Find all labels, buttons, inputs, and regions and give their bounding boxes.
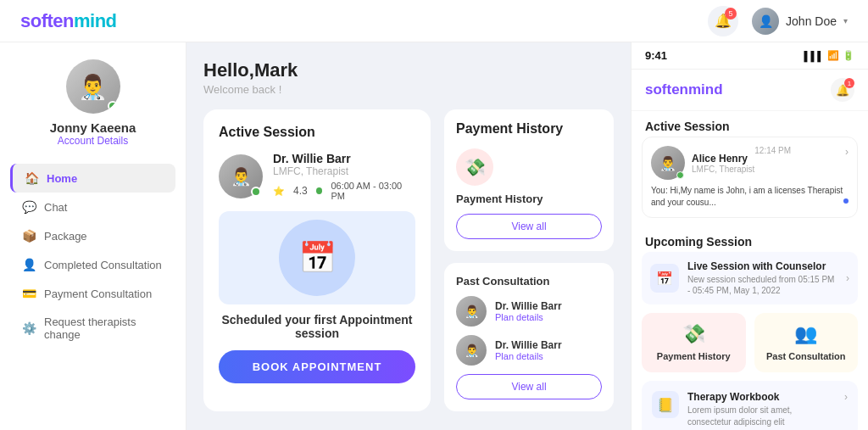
consult-name-2: Dr. Willie Barr <box>495 339 562 351</box>
payment-card-icon: 💸 <box>682 323 705 345</box>
therapist-rating: 4.3 <box>293 185 308 197</box>
therapy-info: Therapy Workbook Lorem ipsum dolor sit a… <box>687 391 836 428</box>
payment-icon: 💸 <box>456 148 493 186</box>
consult-avatar-1: 👨‍⚕️ <box>456 296 487 327</box>
quick-card-payment[interactable]: 💸 Payment History <box>642 313 746 372</box>
sidebar-item-label: Package <box>44 230 87 243</box>
mobile-active-section-title: Active Session <box>632 111 868 137</box>
user-info[interactable]: 👤 John Doe ▾ <box>752 8 848 35</box>
therapist-name: Dr. Willie Barr <box>273 152 415 165</box>
mobile-therapy-workbook[interactable]: 📒 Therapy Workbook Lorem ipsum dolor sit… <box>642 381 858 430</box>
sidebar-item-label: Payment Consultation <box>44 288 152 300</box>
notification-bell[interactable]: 🔔 5 <box>708 6 738 36</box>
active-session-card: Active Session 👨‍⚕️ Dr. Willie Barr LMFC… <box>203 109 431 411</box>
user-name-nav: John Doe <box>786 14 837 28</box>
online-indicator <box>108 101 118 111</box>
sidebar-navigation: 🏠 Home 💬 Chat 📦 Package 👤 Completed Cons… <box>0 164 186 349</box>
mobile-therapist-row: 👨‍⚕️ Alice Henry LMFC, Therapist 12:14 P… <box>651 146 849 180</box>
mobile-active-session-card[interactable]: 👨‍⚕️ Alice Henry LMFC, Therapist 12:14 P… <box>642 137 858 218</box>
consult-details-2: Dr. Willie Barr Plan details <box>495 339 562 361</box>
consult-sub-2: Plan details <box>495 351 562 361</box>
home-icon: 🏠 <box>25 171 38 185</box>
active-dot <box>316 187 323 194</box>
mobile-therapist-role: LMFC, Therapist <box>692 165 754 174</box>
session-illustration: 📅 <box>219 211 415 304</box>
notification-badge: 5 <box>725 8 737 20</box>
content-grid: Active Session 👨‍⚕️ Dr. Willie Barr LMFC… <box>203 109 614 411</box>
mobile-message-time: 12:14 PM <box>754 146 791 155</box>
consult-sub-1: Plan details <box>495 312 562 322</box>
sidebar-item-label: Home <box>47 172 77 185</box>
sidebar-item-payment[interactable]: 💳 Payment Consultation <box>10 279 175 308</box>
upcoming-session-icon: 📅 <box>650 264 679 293</box>
sidebar-item-package[interactable]: 📦 Package <box>10 221 175 250</box>
consultation-view-all-button[interactable]: View all <box>456 374 602 399</box>
payment-subtitle: Payment History <box>456 193 602 205</box>
therapist-time: 06:00 AM - 03:00 PM <box>331 181 415 201</box>
wifi-icon: 📶 <box>827 50 839 61</box>
therapist-online-dot <box>251 187 261 197</box>
upcoming-session-info: Live Session with Counselor New session … <box>687 260 837 296</box>
chat-icon: 💬 <box>22 200 36 214</box>
sidebar-item-chat[interactable]: 💬 Chat <box>10 193 175 221</box>
consultation-card-title: Past Consultation <box>456 275 602 288</box>
consult-avatar-2: 👨‍⚕️ <box>456 335 487 366</box>
consult-name-1: Dr. Willie Barr <box>495 300 562 312</box>
therapist-avatar: 👨‍⚕️ <box>219 154 263 198</box>
user-avatar: 👤 <box>752 8 779 35</box>
main-layout: 👨‍⚕️ Jonny Kaeena Account Details 🏠 Home… <box>0 42 868 430</box>
mobile-therapist-avatar: 👨‍⚕️ <box>651 146 685 180</box>
status-icons: ▌▌▌ 📶 🔋 <box>804 50 854 61</box>
sidebar-user-name: Jonny Kaeena <box>50 120 136 135</box>
sidebar-profile: 👨‍⚕️ Jonny Kaeena Account Details <box>50 59 136 147</box>
completed-icon: 👤 <box>22 258 36 271</box>
mobile-therapist-name: Alice Henry <box>692 153 754 165</box>
top-nav: softenmind 🔔 5 👤 John Doe ▾ <box>0 0 868 42</box>
mobile-upcoming-item[interactable]: 📅 Live Session with Counselor New sessio… <box>642 252 858 304</box>
upcoming-chevron-icon: › <box>846 272 849 284</box>
sidebar-item-request[interactable]: ⚙️ Request therapists change <box>10 308 175 349</box>
sidebar-item-completed[interactable]: 👤 Completed Consultation <box>10 250 175 279</box>
mobile-time: 9:41 <box>645 49 667 62</box>
illustration-icon: 📅 <box>279 220 355 296</box>
avatar: 👨‍⚕️ <box>66 59 120 114</box>
mobile-online-dot <box>676 171 684 179</box>
mobile-notification-bell[interactable]: 🔔 1 <box>831 78 854 102</box>
therapy-book-icon: 📒 <box>652 391 679 418</box>
payment-card-title: Payment History <box>456 121 602 137</box>
payment-history-card: Payment History 💸 Payment History View a… <box>444 109 614 251</box>
therapist-role: LMFC, Therapist <box>273 165 415 177</box>
mobile-therapist-left: 👨‍⚕️ Alice Henry LMFC, Therapist <box>651 146 754 180</box>
sidebar: 👨‍⚕️ Jonny Kaeena Account Details 🏠 Home… <box>0 42 186 430</box>
mobile-notification-badge: 1 <box>844 78 854 88</box>
greeting-section: Hello,Mark Welcome back ! <box>203 59 614 96</box>
greeting-subtitle: Welcome back ! <box>203 83 614 96</box>
therapist-details: Dr. Willie Barr LMFC, Therapist ⭐ 4.3 06… <box>273 152 415 201</box>
therapist-info: 👨‍⚕️ Dr. Willie Barr LMFC, Therapist ⭐ 4… <box>219 152 415 201</box>
sidebar-item-home[interactable]: 🏠 Home <box>10 164 175 193</box>
payment-icon: 💳 <box>22 287 36 300</box>
session-label: Scheduled your first Appointment session <box>219 313 415 340</box>
sidebar-user-sub: Account Details <box>58 135 128 147</box>
unread-indicator <box>843 198 849 204</box>
battery-icon: 🔋 <box>843 50 854 61</box>
quick-card-consultation[interactable]: 👥 Past Consultation <box>754 313 859 372</box>
mobile-upcoming-section-title: Upcoming Session <box>632 226 868 252</box>
mobile-upcoming-section: 📅 Live Session with Counselor New sessio… <box>632 252 868 313</box>
mobile-therapist-info: Alice Henry LMFC, Therapist <box>692 153 754 174</box>
payment-card-label: Payment History <box>657 350 731 362</box>
app-logo: softenmind <box>20 10 117 32</box>
top-nav-right: 🔔 5 👤 John Doe ▾ <box>708 6 848 36</box>
upcoming-session-sub: New session scheduled from 05:15 PM - 05… <box>687 274 837 296</box>
mobile-header: softenmind 🔔 1 <box>632 70 868 111</box>
therapy-title: Therapy Workbook <box>687 391 836 403</box>
therapist-meta: ⭐ 4.3 06:00 AM - 03:00 PM <box>273 181 415 201</box>
greeting-title: Hello,Mark <box>203 59 614 81</box>
mobile-logo: softenmind <box>645 81 723 98</box>
book-appointment-button[interactable]: BOOK APPOINTMENT <box>219 350 415 383</box>
request-icon: ⚙️ <box>22 321 36 335</box>
sidebar-item-label: Request therapists change <box>44 316 164 341</box>
chevron-down-icon: ▾ <box>843 16 848 25</box>
signal-icon: ▌▌▌ <box>804 51 824 61</box>
payment-view-all-button[interactable]: View all <box>456 214 602 239</box>
